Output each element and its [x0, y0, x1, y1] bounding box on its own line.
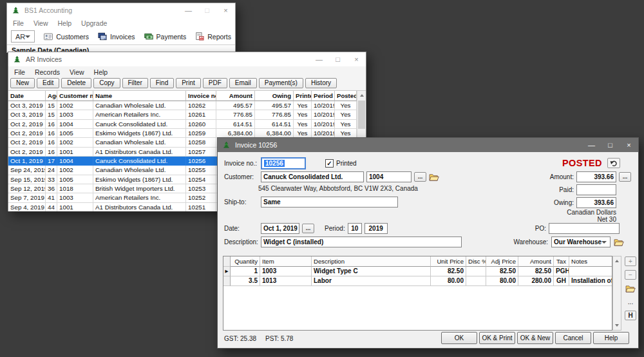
unpost-undo-button[interactable]: [607, 158, 620, 168]
grid-column-header-notes[interactable]: Notes: [569, 256, 612, 267]
button-ok[interactable]: OK: [441, 332, 477, 344]
maximize-button[interactable]: □: [198, 3, 216, 17]
toolbar-button-email[interactable]: Email: [229, 78, 257, 88]
grid-cell[interactable]: 280.00: [518, 276, 554, 286]
grid-cell[interactable]: 82.50: [431, 267, 466, 276]
minimize-button[interactable]: —: [310, 52, 328, 66]
table-row[interactable]: Oct 2, 2019161004Canuck Consolidated Ltd…: [8, 120, 366, 129]
grid-cell[interactable]: Installation of w: [569, 276, 612, 286]
invoice-no-input[interactable]: 10256: [261, 157, 306, 169]
toolbar-button-history[interactable]: History: [305, 78, 337, 88]
toolbar-button-edit[interactable]: Edit: [37, 78, 59, 88]
button-cancel[interactable]: Cancel: [555, 332, 591, 344]
grid-column-header-item[interactable]: Item: [260, 256, 312, 267]
toolbar-button-payments[interactable]: Payments: [144, 32, 187, 41]
date-input[interactable]: Oct 1, 2019: [261, 223, 299, 234]
date-picker-button[interactable]: ...: [302, 224, 314, 233]
column-header-customer-no[interactable]: Customer no.: [57, 91, 93, 101]
button-ok-new[interactable]: OK & New: [517, 332, 553, 344]
scroll-up-arrow[interactable]: [613, 256, 621, 265]
column-header-amount[interactable]: Amount: [216, 91, 255, 101]
customer-folder-icon[interactable]: [429, 173, 439, 181]
menu-item-upgrade[interactable]: Upgrade: [81, 19, 107, 27]
menu-item-help[interactable]: Help: [58, 19, 72, 27]
grid-column-header-adj-price[interactable]: Adj Price: [486, 256, 518, 267]
toolbar-button-customers[interactable]: Customers: [44, 32, 89, 41]
toolbar-button-payment-s[interactable]: Payment(s): [259, 78, 303, 88]
grid-cell[interactable]: 1003: [260, 267, 312, 276]
minimize-button[interactable]: —: [582, 138, 601, 152]
column-header-date[interactable]: Date: [8, 91, 46, 101]
row-selector-cell[interactable]: ▶: [223, 267, 231, 276]
grid-row[interactable]: ▶11003Widget Type C82.5082.5082.50PGH: [223, 267, 612, 276]
grid-cell[interactable]: 82.50: [486, 267, 518, 276]
maximize-button[interactable]: □: [328, 52, 347, 66]
po-input[interactable]: [549, 223, 620, 234]
grid-cell[interactable]: 1013: [260, 276, 312, 286]
menu-item-help[interactable]: Help: [94, 68, 108, 76]
grid-cell[interactable]: 82.50: [518, 267, 554, 276]
amount-field[interactable]: 393.66: [576, 171, 616, 182]
customer-no-input[interactable]: 1004: [366, 171, 412, 182]
row-selector-cell[interactable]: [223, 276, 231, 286]
grid-row[interactable]: 3.51013Labor80.0080.00280.00GHInstallati…: [223, 276, 612, 286]
toolbar-button-filter[interactable]: Filter: [122, 78, 148, 88]
grid-cell[interactable]: 1: [231, 267, 260, 276]
shipto-input[interactable]: Same: [261, 197, 398, 207]
add-row-button[interactable]: +: [625, 256, 636, 266]
column-header-posted[interactable]: Posted: [335, 91, 357, 101]
column-header-invoice-no[interactable]: Invoice no.: [186, 91, 216, 101]
grid-cell[interactable]: 80.00: [486, 276, 518, 286]
toolbar-button-invoices[interactable]: Invoices: [98, 32, 135, 41]
button-help[interactable]: Help: [593, 332, 629, 344]
grid-cell[interactable]: 80.00: [431, 276, 466, 286]
table-row[interactable]: Oct 3, 2019151002Canadian Wholesale Ltd.…: [8, 101, 366, 110]
description-input[interactable]: Widget C (installed): [261, 236, 462, 247]
module-select[interactable]: AR: [11, 30, 35, 43]
customer-lookup-button[interactable]: ...: [414, 172, 426, 182]
column-header-age[interactable]: Age: [46, 91, 57, 101]
history-button[interactable]: H: [625, 311, 636, 320]
amount-ellipsis-button[interactable]: ...: [619, 172, 631, 182]
warehouse-folder-icon[interactable]: [614, 238, 624, 246]
toolbar-button-copy[interactable]: Copy: [93, 78, 120, 88]
toolbar-button-pdf[interactable]: PDF: [203, 78, 227, 88]
grid-column-header-description[interactable]: Description: [312, 256, 431, 267]
menu-item-view[interactable]: View: [70, 68, 84, 76]
scroll-up-arrow[interactable]: [357, 91, 366, 100]
toolbar-button-find[interactable]: Find: [150, 78, 174, 88]
grid-cell[interactable]: Labor: [312, 276, 431, 286]
more-button[interactable]: ...: [625, 297, 636, 307]
period-month-input[interactable]: 10: [348, 223, 362, 234]
scroll-down-arrow[interactable]: [613, 321, 621, 330]
column-header-name[interactable]: Name: [93, 91, 186, 101]
grid-column-header-unit-price[interactable]: Unit Price: [431, 256, 466, 267]
ar-titlebar[interactable]: AR Invoices — □ ×: [8, 52, 366, 66]
minimize-button[interactable]: —: [179, 3, 198, 17]
bs1-titlebar[interactable]: BS1 Accounting — □ ×: [7, 3, 235, 17]
close-button[interactable]: ×: [620, 138, 638, 152]
button-ok-print[interactable]: OK & Print: [479, 332, 515, 344]
folder-button[interactable]: [625, 284, 636, 293]
printed-checkbox[interactable]: ✓: [325, 159, 334, 168]
grid-column-header-quantity[interactable]: Quantity: [231, 256, 260, 267]
column-header-printed[interactable]: Printed: [294, 91, 312, 101]
column-header-period[interactable]: Period: [312, 91, 335, 101]
grid-column-header-amount[interactable]: Amount: [518, 256, 554, 267]
maximize-button[interactable]: □: [601, 138, 620, 152]
grid-column-header-tax[interactable]: Tax: [554, 256, 569, 267]
menu-item-view[interactable]: View: [33, 19, 48, 27]
grid-cell[interactable]: GH: [554, 276, 569, 286]
toolbar-button-reports[interactable]: Reports: [195, 32, 231, 41]
period-year-input[interactable]: 2019: [365, 223, 388, 234]
customer-name-input[interactable]: Canuck Consolidated Ltd.: [261, 171, 364, 182]
grid-cell[interactable]: [466, 276, 486, 286]
toolbar-button-delete[interactable]: Delete: [61, 78, 91, 88]
close-button[interactable]: ×: [347, 52, 366, 66]
close-button[interactable]: ×: [216, 3, 235, 17]
scrollbar-thumb[interactable]: [358, 101, 365, 129]
column-header-owing[interactable]: Owing: [255, 91, 294, 101]
grid-cell[interactable]: [569, 267, 612, 276]
toolbar-button-new[interactable]: New: [10, 78, 35, 88]
menu-item-file[interactable]: File: [14, 68, 25, 76]
